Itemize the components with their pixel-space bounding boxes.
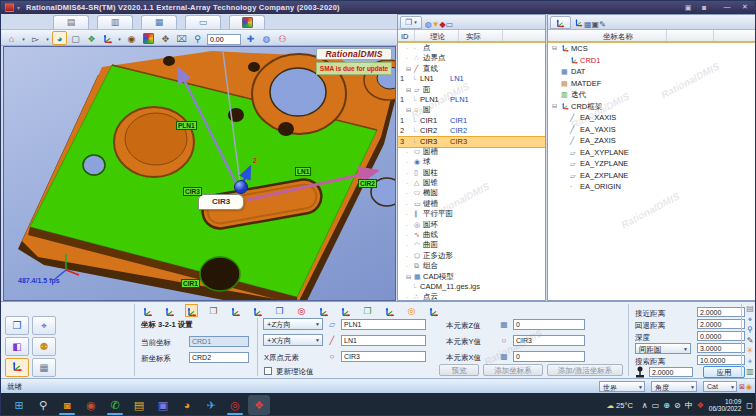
- firefox-app[interactable]: ◕: [176, 395, 198, 415]
- feature-row-圆锥[interactable]: ·△圆锥: [398, 178, 545, 188]
- angle-unit-select[interactable]: 角度▼: [651, 381, 697, 392]
- funnel-icon[interactable]: ▼: [432, 20, 440, 29]
- search-button[interactable]: ⚲: [32, 395, 54, 415]
- align-axes-best-fit-button[interactable]: [427, 304, 440, 317]
- part-view-button[interactable]: ❖: [84, 31, 99, 45]
- coord-row-EA_ZAXIS[interactable]: ╱EA_ZAXIS: [548, 135, 756, 147]
- feature-row-CIR3[interactable]: 3└CIR3CIR3: [398, 137, 545, 147]
- align-321-setup-button[interactable]: [185, 304, 198, 317]
- feature-tab[interactable]: ❐▾: [400, 16, 422, 29]
- camera-icon[interactable]: ◙: [697, 3, 711, 12]
- pitch-field[interactable]: [697, 343, 745, 353]
- cursor-dropdown[interactable]: ▾: [44, 31, 51, 45]
- depth-field[interactable]: [697, 331, 745, 341]
- add-coord-button[interactable]: 添加坐标系: [483, 364, 543, 376]
- coord-row-MCS[interactable]: ⊟MCS: [548, 43, 756, 55]
- rationaldmis-app[interactable]: ❖: [248, 395, 270, 415]
- apply-button[interactable]: 应用: [703, 366, 745, 378]
- status-ball-icon[interactable]: ◉: [746, 383, 752, 390]
- feature-row-平行平面[interactable]: ·∥平行平面: [398, 209, 545, 219]
- close-button[interactable]: ✕: [737, 2, 753, 12]
- status-close-icon[interactable]: ⊠: [739, 383, 745, 390]
- tray-app-icon[interactable]: ❖: [697, 401, 704, 410]
- coord-edit-icon[interactable]: ✎: [599, 20, 606, 29]
- coord-table-icon[interactable]: ▦: [584, 20, 592, 29]
- zoom-input[interactable]: [206, 31, 242, 45]
- world-coord-select[interactable]: 世界▼: [599, 381, 645, 392]
- table-green-icon[interactable]: ▥: [743, 367, 756, 378]
- coord-row-EA_YZPLANE[interactable]: ▱EA_YZPLANE: [548, 158, 756, 170]
- home-dropdown[interactable]: ▾: [20, 31, 27, 45]
- notification-icon[interactable]: ◻: [746, 401, 753, 410]
- tab-home-icon[interactable]: ▤: [53, 15, 89, 29]
- feature-row-CAD模型[interactable]: ⊟▦CAD模型: [398, 272, 545, 282]
- feature-row-CIR1[interactable]: 1└CIR1CIR1: [398, 116, 545, 126]
- coord-row-EA_XAXIS[interactable]: ╱EA_XAXIS: [548, 112, 756, 124]
- feature-row-圆柱[interactable]: ·▯圆柱: [398, 168, 545, 178]
- feature-row-圆环[interactable]: ·◎圆环: [398, 220, 545, 230]
- align-axes-pair-button[interactable]: [251, 304, 264, 317]
- search-field[interactable]: [697, 355, 745, 365]
- feature-row-曲线[interactable]: ·∿曲线: [398, 230, 545, 240]
- x-direction-select[interactable]: +X方向▼: [263, 334, 323, 346]
- weather-icon[interactable]: ☁ 25°C: [606, 401, 632, 410]
- align-axes-small-button[interactable]: [229, 304, 242, 317]
- coord-camera-icon[interactable]: ▣: [592, 20, 600, 29]
- telegram-app[interactable]: ✈: [200, 395, 222, 415]
- feature-row-CIR2[interactable]: 2└CIR2CIR2: [398, 126, 545, 136]
- align-circle-red-button[interactable]: ◎: [295, 304, 308, 317]
- align-columns-button[interactable]: ❐: [207, 304, 220, 317]
- coord-row-迭代[interactable]: ▥迭代: [548, 89, 756, 101]
- align-axes-arrow-button[interactable]: [317, 304, 330, 317]
- feature-row-直线[interactable]: ⊟╱直线: [398, 64, 545, 74]
- capture-icon[interactable]: ▣: [681, 3, 695, 12]
- probe-speed-field[interactable]: [649, 367, 693, 377]
- feature-row-LN1[interactable]: 1└LN1LN1: [398, 74, 545, 84]
- coord-row-EA_ZXPLANE[interactable]: ▱EA_ZXPLANE: [548, 170, 756, 182]
- feature-row-PLN1[interactable]: 1└PLN1PLN1: [398, 95, 545, 105]
- align-axes-button[interactable]: [339, 304, 352, 317]
- align-321-button[interactable]: [141, 304, 154, 317]
- x-feature-field[interactable]: [341, 335, 426, 346]
- outlook-app[interactable]: ◙: [56, 395, 78, 415]
- align-cube-green-button[interactable]: ❐: [361, 304, 374, 317]
- mute-icon[interactable]: ⊘: [674, 401, 681, 410]
- chevron-up-icon[interactable]: ∧: [642, 401, 648, 410]
- explorer-app[interactable]: ▤: [128, 395, 150, 415]
- red-dot-app[interactable]: ◎: [224, 395, 246, 415]
- move-button[interactable]: ✚: [243, 31, 258, 45]
- approach-field[interactable]: [697, 307, 745, 317]
- coord-row-EA_XYPLANE[interactable]: ▱EA_XYPLANE: [548, 147, 756, 159]
- tab-render-icon[interactable]: [229, 15, 265, 29]
- feature-row-圆[interactable]: ⊟○圆: [398, 105, 545, 115]
- feature-row-面[interactable]: ⊟▱面: [398, 85, 545, 95]
- axes-dropdown[interactable]: ▾: [116, 31, 123, 45]
- align-circle-orange-button[interactable]: ◎: [405, 304, 418, 317]
- feature-row-圆槽[interactable]: ·⬭圆槽: [398, 147, 545, 157]
- coord-row-CRD框架[interactable]: ⊟CRD框架: [548, 101, 756, 113]
- coord-row-CRD1[interactable]: CRD1: [548, 55, 756, 67]
- edit-pen-icon[interactable]: ✎: [743, 336, 756, 347]
- probe-people-button[interactable]: ⚇: [275, 31, 290, 45]
- feature-row-组合[interactable]: ·⧉组合: [398, 261, 545, 271]
- tab-table-icon[interactable]: ▦: [141, 15, 177, 29]
- marquee-select-button[interactable]: ▢: [68, 31, 83, 45]
- axes-button[interactable]: [100, 31, 115, 45]
- taskbar-clock[interactable]: 10:09 06/30/2022: [709, 398, 742, 413]
- viewport-3d[interactable]: 2 RationalDMIS SMA is due for update 487…: [3, 46, 396, 301]
- tab-display-icon[interactable]: ▭: [185, 15, 221, 29]
- feature-row-椭圆[interactable]: ·⬭椭圆: [398, 188, 545, 198]
- compass-button[interactable]: ◕: [52, 31, 67, 45]
- origin-feature-field[interactable]: [341, 351, 426, 362]
- monitor-icon[interactable]: ▭: [446, 20, 454, 29]
- retract-field[interactable]: [697, 319, 745, 329]
- elem-z-field[interactable]: [513, 319, 585, 330]
- feature-row-正多边形[interactable]: ·⬠正多边形: [398, 251, 545, 261]
- palette-button[interactable]: [140, 31, 157, 45]
- probe-blue-icon[interactable]: ⌖: [743, 315, 756, 326]
- gear-orange-icon[interactable]: ✳: [743, 346, 756, 357]
- cartesian-select[interactable]: Cat▼: [703, 381, 737, 392]
- z-direction-select[interactable]: +Z方向▼: [263, 318, 323, 330]
- elem-y-field[interactable]: [513, 335, 585, 346]
- feature-row-点[interactable]: ·∙点: [398, 43, 545, 53]
